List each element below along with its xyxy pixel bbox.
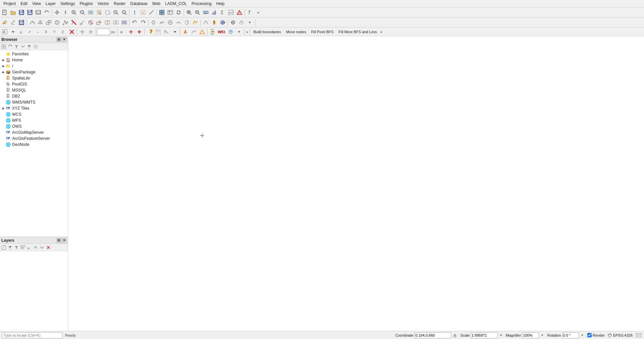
- build-boundaries-button[interactable]: Build boundaries: [251, 28, 283, 36]
- menu-processing[interactable]: Processing: [190, 1, 214, 7]
- pan-map-button[interactable]: [61, 8, 70, 16]
- georef-button[interactable]: GR: [219, 18, 227, 26]
- layers-open-button[interactable]: [1, 244, 7, 250]
- vertex-tool-button[interactable]: [61, 18, 70, 26]
- browser-item-xyz[interactable]: ▶ 🗺 XYZ Tiles: [0, 105, 68, 111]
- tracing-button[interactable]: [191, 18, 199, 26]
- advanced-more-button[interactable]: [9, 28, 17, 36]
- toolbar4-more-button[interactable]: »: [380, 30, 383, 34]
- fill-ring-button[interactable]: [53, 18, 61, 26]
- delete-selected-button[interactable]: [70, 18, 78, 26]
- add-ring-button[interactable]: [36, 18, 44, 26]
- text-annotation-button[interactable]: T: [246, 8, 254, 16]
- layers-filter-button[interactable]: [13, 244, 19, 250]
- font-size-input[interactable]: 12: [97, 29, 110, 35]
- identify-button[interactable]: [131, 8, 139, 16]
- browser-item-home[interactable]: ▶ 🏠 Home: [0, 57, 68, 63]
- coordinate-input[interactable]: [414, 332, 451, 338]
- snapping-dropdown-button[interactable]: [246, 18, 254, 26]
- zoom-extent-btn[interactable]: ◱: [202, 8, 210, 16]
- menu-edit[interactable]: Edit: [18, 1, 30, 7]
- layers-more-button[interactable]: [26, 244, 32, 250]
- layers-remove-button[interactable]: [45, 244, 51, 250]
- current-edits-button[interactable]: [1, 18, 9, 26]
- zoom-layer-button[interactable]: [103, 8, 111, 16]
- geom-checker-button[interactable]: !: [198, 28, 206, 36]
- menu-ladm-col[interactable]: LADM_COL: [163, 1, 189, 7]
- smart-snap-button[interactable]: ⊕: [119, 28, 127, 36]
- print-layout-button[interactable]: [34, 8, 42, 16]
- simplify-feature-button[interactable]: [158, 18, 166, 26]
- undo-view-button[interactable]: [43, 8, 51, 16]
- lock-y-button[interactable]: Y: [51, 28, 59, 36]
- zoom-selection-button[interactable]: [95, 8, 103, 16]
- cut-features-button[interactable]: [78, 18, 86, 26]
- browser-item-db2[interactable]: 🗄 DB2: [0, 93, 68, 99]
- fill-point-bfs-button[interactable]: Fill Point BFS: [309, 28, 336, 36]
- zoom-in-map-button[interactable]: [185, 8, 193, 16]
- coordinate-lock-button[interactable]: [452, 333, 458, 338]
- browser-item-ows[interactable]: 🌐 OWS: [0, 123, 68, 129]
- smart-snap-x-button[interactable]: [127, 28, 135, 36]
- menu-web[interactable]: Web: [150, 1, 162, 7]
- save-edits-button[interactable]: [17, 18, 26, 26]
- browser-item-arcgisfeature[interactable]: 🗺 ArcGisFeatureServer: [0, 135, 68, 142]
- open-table-button[interactable]: [166, 8, 174, 16]
- browser-refresh-button[interactable]: [7, 44, 13, 50]
- save-project-button[interactable]: [17, 8, 26, 16]
- more-button-1[interactable]: !: [235, 8, 243, 16]
- browser-item-arcgismap[interactable]: 🗺 ArcGisMapServer: [0, 129, 68, 135]
- magnifier-dropdown-button[interactable]: [540, 333, 545, 338]
- browser-item-spatialite[interactable]: 🗄 SpatiaLite: [0, 75, 68, 81]
- menu-help[interactable]: Help: [214, 1, 227, 7]
- offset-line-button[interactable]: [175, 18, 183, 26]
- lock-angle-2-button[interactable]: [163, 28, 171, 36]
- layers-float-button[interactable]: ⊟: [56, 238, 61, 243]
- browser-item-wcs[interactable]: 🌐 WCS: [0, 111, 68, 117]
- wkt-plugin-label[interactable]: WKt: [217, 30, 226, 34]
- save-project-as-button[interactable]: +: [26, 8, 34, 16]
- lock-bearing-3-button[interactable]: [181, 28, 189, 36]
- split-parts-button[interactable]: [112, 18, 120, 26]
- rotate-point-symbol-button[interactable]: [183, 18, 191, 26]
- snapping-button[interactable]: [229, 18, 237, 26]
- undo-button[interactable]: [131, 18, 139, 26]
- browser-add-layer-button[interactable]: [26, 44, 32, 50]
- menu-plugins[interactable]: Plugins: [78, 1, 95, 7]
- toggle-editing-button[interactable]: [9, 18, 17, 26]
- browser-help-button[interactable]: ?: [33, 44, 39, 50]
- delete-part-button[interactable]: [95, 18, 103, 26]
- measure-button[interactable]: [147, 8, 155, 16]
- render-checkbox[interactable]: [587, 333, 592, 337]
- zoom-native-button[interactable]: 1:1: [120, 8, 128, 16]
- layers-filter-layer-button[interactable]: [20, 244, 26, 250]
- snap-to-grid-button[interactable]: [154, 28, 162, 36]
- layers-add-button[interactable]: [7, 244, 13, 250]
- rotation-dropdown-button[interactable]: [580, 333, 585, 338]
- zoom-out-button[interactable]: [78, 8, 86, 16]
- browser-item-favorites[interactable]: ⭐ Favorites: [0, 51, 68, 57]
- menu-database[interactable]: Database: [128, 1, 149, 7]
- lock-z-button[interactable]: Z: [59, 28, 67, 36]
- refresh-button[interactable]: [175, 8, 183, 16]
- browser-filter-button[interactable]: [13, 44, 19, 50]
- locate-search-input[interactable]: [2, 332, 62, 338]
- browser-float-button[interactable]: ⊟: [56, 37, 61, 42]
- snap-drop-btn[interactable]: [171, 28, 179, 36]
- scale-input[interactable]: [471, 332, 498, 338]
- browser-item-wfs[interactable]: 🌐 WFS: [0, 117, 68, 123]
- python-button[interactable]: [209, 28, 217, 36]
- browser-item-wms[interactable]: 🌐 WMS/WMTS: [0, 99, 68, 105]
- browser-item-root[interactable]: ▶ 📁 /: [0, 63, 68, 69]
- merge-features-button[interactable]: [120, 18, 128, 26]
- enable-adv-digitize-button[interactable]: A: [1, 28, 9, 36]
- heatmap-button[interactable]: [227, 8, 235, 16]
- more-snapping-button[interactable]: [237, 18, 245, 26]
- stats-button[interactable]: [210, 8, 218, 16]
- zoom-out-map-button[interactable]: [193, 8, 201, 16]
- menu-settings[interactable]: Settings: [58, 1, 77, 7]
- smart-snap-options-button[interactable]: [135, 28, 143, 36]
- open-project-button[interactable]: [9, 8, 17, 16]
- browser-close-button[interactable]: ✕: [62, 37, 66, 42]
- browser-item-mssql[interactable]: 🗄 MSSQL: [0, 87, 68, 93]
